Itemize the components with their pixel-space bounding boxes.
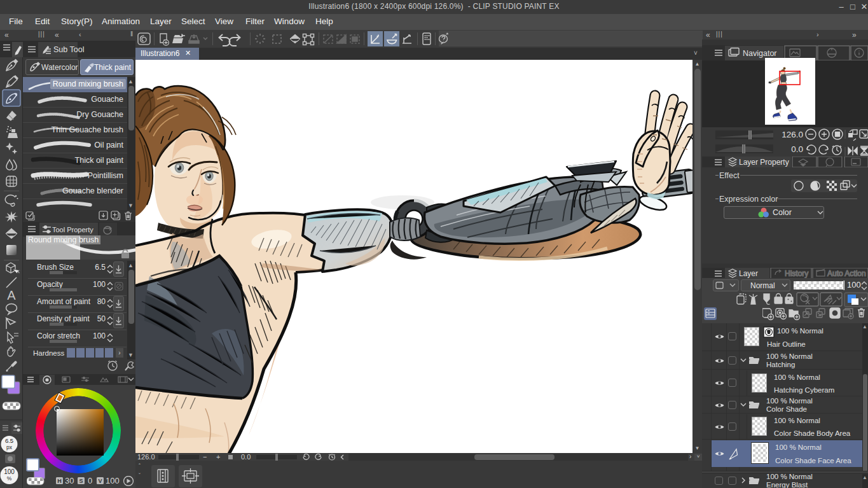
svg-text:Tool Property: Tool Property [52, 226, 93, 234]
svg-text:100: 100 [4, 468, 15, 475]
svg-text:Auto Action: Auto Action [827, 269, 866, 278]
svg-text:S: S [79, 478, 83, 484]
svg-text:6.5: 6.5 [5, 437, 13, 444]
svg-text:px: px [6, 444, 13, 450]
svg-text:Sub Tool: Sub Tool [53, 45, 84, 54]
svg-text:Layer: Layer [739, 269, 758, 278]
svg-text:A: A [7, 288, 16, 302]
svg-text:%: % [7, 475, 12, 482]
svg-text:Layer Property: Layer Property [739, 158, 789, 167]
svg-text:History: History [785, 269, 808, 278]
svg-text:V: V [98, 478, 102, 484]
svg-text:H: H [57, 478, 62, 484]
svg-text:Navigator: Navigator [743, 49, 777, 58]
